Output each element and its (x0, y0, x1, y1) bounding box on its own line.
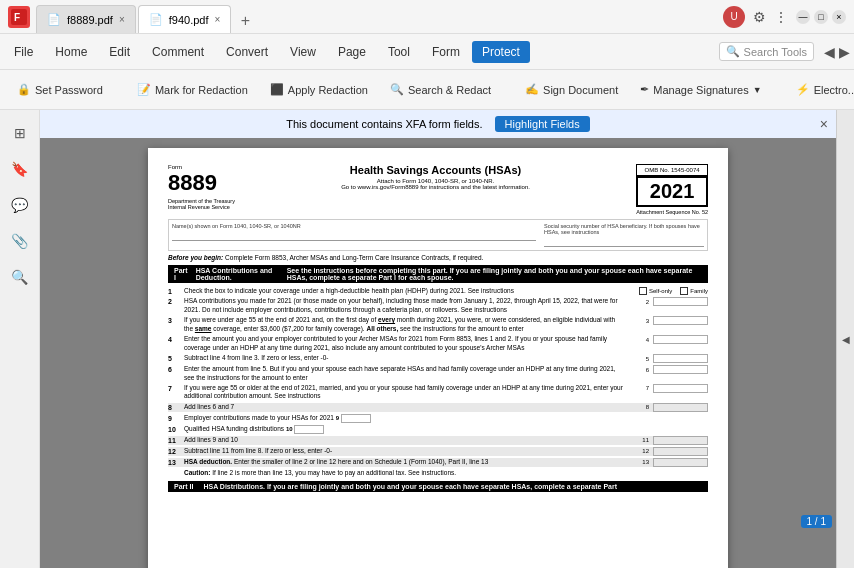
caution-text: Caution: If line 2 is more than line 13,… (184, 469, 708, 477)
menu-edit[interactable]: Edit (99, 41, 140, 63)
menu-protect[interactable]: Protect (472, 41, 530, 63)
line-6-num: 6 (168, 365, 180, 373)
line-7-input[interactable] (653, 384, 708, 393)
titlebar: F 📄 f8889.pdf × 📄 f940.pdf × + U ⚙ ⋮ — □… (0, 0, 854, 34)
search-tools-label[interactable]: Search Tools (744, 46, 807, 58)
line-8-input[interactable] (653, 403, 708, 412)
family-checkbox[interactable]: Family (680, 287, 708, 295)
line-11-input[interactable] (653, 436, 708, 445)
menu-page[interactable]: Page (328, 41, 376, 63)
mark-redaction-button[interactable]: 📝 Mark for Redaction (128, 78, 257, 101)
sidebar-bookmark-icon[interactable]: 🔖 (5, 154, 35, 184)
menu-tool[interactable]: Tool (378, 41, 420, 63)
line-6-text: Enter the amount from line 5. But if you… (184, 365, 624, 382)
line-3-num: 3 (168, 316, 180, 324)
line-4-field: 4 (628, 335, 708, 344)
name-field-group: Name(s) shown on Form 1040, 1040-SR, or … (172, 223, 536, 247)
self-only-checkbox[interactable]: Self-only (639, 287, 672, 295)
line-10-inline-input[interactable] (294, 425, 324, 434)
line-11-ref: 11 (642, 437, 649, 443)
tabs-area: 📄 f8889.pdf × 📄 f940.pdf × + (36, 0, 723, 33)
sign-document-button[interactable]: ✍ Sign Document (516, 78, 627, 101)
line-6-ref: 6 (646, 367, 649, 373)
year-box: 2021 (636, 176, 708, 207)
right-sidebar-toggle[interactable]: ◀ (836, 110, 854, 568)
line-9-num: 9 (168, 414, 180, 422)
sidebar-thumbnail-icon[interactable]: ⊞ (5, 118, 35, 148)
form-number-section: Form 8889 Department of the Treasury Int… (168, 164, 235, 210)
menu-home[interactable]: Home (45, 41, 97, 63)
set-password-icon: 🔒 (17, 83, 31, 96)
menu-convert[interactable]: Convert (216, 41, 278, 63)
sidebar-search-icon[interactable]: 🔍 (5, 262, 35, 292)
electro-button[interactable]: ⚡ Electro... (787, 78, 854, 101)
form-year: 2021 (650, 180, 695, 202)
app-settings-icon[interactable]: ⚙ (753, 9, 766, 25)
line-6-input[interactable] (653, 365, 708, 374)
apply-redaction-button[interactable]: ⬛ Apply Redaction (261, 78, 377, 101)
search-redact-button[interactable]: 🔍 Search & Redact (381, 78, 500, 101)
line-3-input[interactable] (653, 316, 708, 325)
line-4-input[interactable] (653, 335, 708, 344)
line-8-field: 8 (628, 403, 708, 412)
tab-close-icon[interactable]: × (214, 14, 220, 25)
line-5-row: 5 Subtract line 4 from line 3. If zero o… (168, 354, 708, 363)
line-13-input[interactable] (653, 458, 708, 467)
tab-f940[interactable]: 📄 f940.pdf × (138, 5, 232, 33)
user-avatar[interactable]: U (723, 6, 745, 28)
line-5-field: 5 (628, 354, 708, 363)
line-4-ref: 4 (646, 337, 649, 343)
xfa-close-icon[interactable]: × (820, 116, 828, 132)
sidebar-comment-icon[interactable]: 💬 (5, 190, 35, 220)
manage-signatures-button[interactable]: ✒ Manage Signatures ▼ (631, 78, 770, 101)
nav-back-icon[interactable]: ◀ (824, 44, 835, 60)
name-label: Name(s) shown on Form 1040, 1040-SR, or … (172, 223, 536, 229)
xfa-notice-bar: This document contains XFA form fields. … (40, 110, 836, 138)
minimize-button[interactable]: — (796, 10, 810, 24)
tab-f8889[interactable]: 📄 f8889.pdf × (36, 5, 136, 33)
line-8-num: 8 (168, 403, 180, 411)
maximize-button[interactable]: □ (814, 10, 828, 24)
line-5-input[interactable] (653, 354, 708, 363)
nav-forward-icon[interactable]: ▶ (839, 44, 850, 60)
line-9-inline-input[interactable] (341, 414, 371, 423)
set-password-button[interactable]: 🔒 Set Password (8, 78, 112, 101)
search-tools-bar[interactable]: 🔍 Search Tools (719, 42, 814, 61)
menubar: File Home Edit Comment Convert View Page… (0, 34, 854, 70)
menu-file[interactable]: File (4, 41, 43, 63)
line-4-row: 4 Enter the amount you and your employer… (168, 335, 708, 352)
menu-form[interactable]: Form (422, 41, 470, 63)
line-7-field: 7 (628, 384, 708, 393)
line-9-text: Employer contributions made to your HSAs… (184, 414, 624, 423)
new-tab-button[interactable]: + (233, 9, 257, 33)
line-12-input[interactable] (653, 447, 708, 456)
family-cb-box[interactable] (680, 287, 688, 295)
line-8-text: Add lines 6 and 7 (184, 403, 624, 411)
ssn-input[interactable] (544, 237, 704, 247)
part2-tag: Part II (174, 483, 193, 490)
form-number: 8889 (168, 170, 235, 196)
line-1-text: Check the box to indicate your coverage … (184, 287, 635, 295)
self-only-cb-box[interactable] (639, 287, 647, 295)
line-2-text: HSA contributions you made for 2021 (or … (184, 297, 624, 314)
line-10-num: 10 (168, 425, 180, 433)
tab-pdf-icon: 📄 (47, 13, 61, 26)
line-2-input[interactable] (653, 297, 708, 306)
url-line: Go to www.irs.gov/Form8889 for instructi… (245, 184, 626, 190)
close-button[interactable]: × (832, 10, 846, 24)
more-options-icon[interactable]: ⋮ (774, 9, 788, 25)
part2-header: Part II HSA Distributions. If you are fi… (168, 481, 708, 492)
line-12-text: Subtract line 11 from line 8. If zero or… (184, 447, 624, 455)
line-6-row: 6 Enter the amount from line 5. But if y… (168, 365, 708, 382)
name-input[interactable] (172, 231, 536, 241)
sidebar-attachment-icon[interactable]: 📎 (5, 226, 35, 256)
line-11-text: Add lines 9 and 10 (184, 436, 624, 444)
tab-close-icon[interactable]: × (119, 14, 125, 25)
menu-view[interactable]: View (280, 41, 326, 63)
line-8-ref: 8 (646, 404, 649, 410)
pdf-main-area: This document contains XFA form fields. … (40, 110, 836, 568)
line-3-row: 3 If you were under age 55 at the end of… (168, 316, 708, 333)
highlight-fields-button[interactable]: Highlight Fields (495, 116, 590, 132)
menu-comment[interactable]: Comment (142, 41, 214, 63)
family-label: Family (690, 288, 708, 294)
